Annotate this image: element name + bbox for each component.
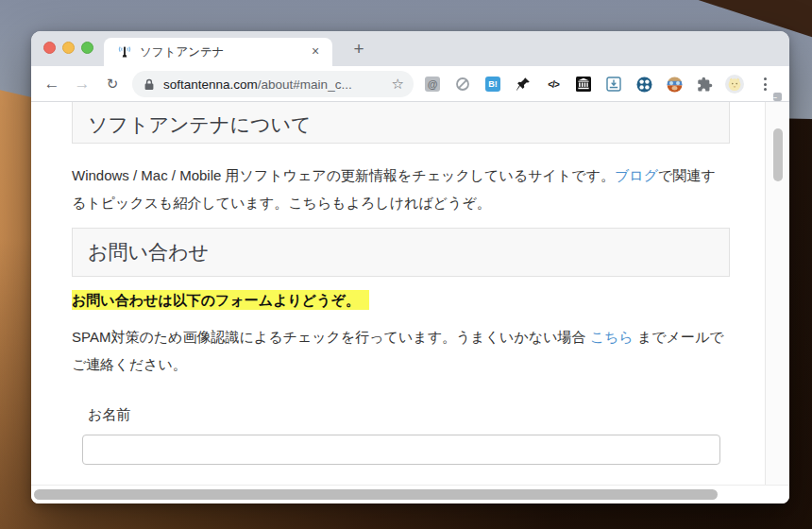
reload-button[interactable]: ↻ — [101, 73, 124, 95]
horizontal-scrollbar-thumb[interactable] — [34, 489, 718, 500]
lock-icon — [144, 78, 155, 91]
name-field-label: お名前 — [88, 406, 730, 424]
extensions-row: @ B! – </> — [419, 71, 778, 97]
downloader-extension-icon[interactable] — [601, 71, 627, 97]
contact-mail-link[interactable]: こちら — [590, 329, 634, 345]
minimize-window-button[interactable] — [62, 42, 75, 54]
page-body: ソフトアンテナについて Windows / Mac / Mobile 用ソフトウ… — [72, 102, 730, 465]
profile-avatar[interactable] — [721, 71, 748, 97]
code-viewer-extension-icon[interactable]: </> — [540, 71, 567, 97]
aviator-face-extension-icon[interactable] — [661, 71, 687, 97]
spam-paragraph: SPAM対策のため画像認識によるチェックを行っています。うまくいかない場合 こち… — [72, 324, 730, 378]
url-domain: softantenna.com — [163, 77, 258, 92]
url-path: /about#main_c... — [258, 77, 352, 92]
horizontal-scrollbar[interactable] — [31, 485, 789, 503]
tab-title: ソフトアンテナ — [140, 44, 308, 60]
vertical-scrollbar-thumb[interactable] — [773, 128, 783, 181]
vertical-scrollbar[interactable] — [765, 102, 789, 485]
content-blocker-extension-icon[interactable] — [449, 71, 476, 97]
about-section-heading: ソフトアンテナについて — [72, 102, 730, 144]
browser-tab[interactable]: ソフトアンテナ × — [104, 38, 332, 66]
spam-text-1: SPAM対策のため画像認識によるチェックを行っています。うまくいかない場合 — [72, 329, 590, 345]
about-text-1: Windows / Mac / Mobile 用ソフトウェアの更新情報をチェック… — [72, 167, 615, 183]
tab-strip: ソフトアンテナ × + — [31, 31, 789, 66]
new-tab-button[interactable]: + — [347, 37, 371, 61]
address-bar[interactable]: softantenna.com/about#main_c... ☆ — [132, 71, 414, 97]
blog-link[interactable]: ブログ — [615, 167, 658, 183]
close-window-button[interactable] — [43, 42, 56, 54]
extensions-puzzle-icon[interactable] — [691, 71, 718, 97]
antenna-favicon-icon — [117, 44, 132, 60]
zoom-window-button[interactable] — [81, 42, 93, 54]
forward-button[interactable]: → — [71, 73, 93, 95]
browser-window: ソフトアンテナ × + ← → ↻ softantenna.com/about#… — [31, 31, 789, 503]
name-input[interactable] — [82, 435, 720, 465]
contact-highlight-text: お問い合わせは以下のフォームよりどうぞ。 — [72, 290, 369, 310]
traffic-lights — [43, 42, 93, 54]
page-viewport: ソフトアンテナについて Windows / Mac / Mobile 用ソフトウ… — [31, 102, 789, 485]
contact-highlight-line: お問い合わせは以下のフォームよりどうぞ。 — [72, 290, 730, 311]
pushpin-extension-icon[interactable] — [510, 71, 536, 97]
hatena-bookmark-extension-icon[interactable]: B! – — [480, 71, 506, 97]
back-button[interactable]: ← — [41, 73, 63, 95]
bookmark-star-icon[interactable]: ☆ — [392, 76, 404, 93]
clover-circle-extension-icon[interactable] — [631, 71, 657, 97]
desktop-wallpaper: ソフトアンテナ × + ← → ↻ softantenna.com/about#… — [0, 0, 812, 529]
mail-news-extension-icon[interactable]: @ — [419, 71, 446, 97]
navigation-toolbar: ← → ↻ softantenna.com/about#main_c... ☆ … — [31, 66, 789, 102]
contact-section-heading: お問い合わせ — [72, 228, 730, 277]
url-text: softantenna.com/about#main_c... — [163, 77, 392, 92]
about-paragraph: Windows / Mac / Mobile 用ソフトウェアの更新情報をチェック… — [72, 162, 730, 216]
wayback-machine-extension-icon[interactable] — [570, 71, 597, 97]
tab-close-icon[interactable]: × — [308, 44, 323, 60]
